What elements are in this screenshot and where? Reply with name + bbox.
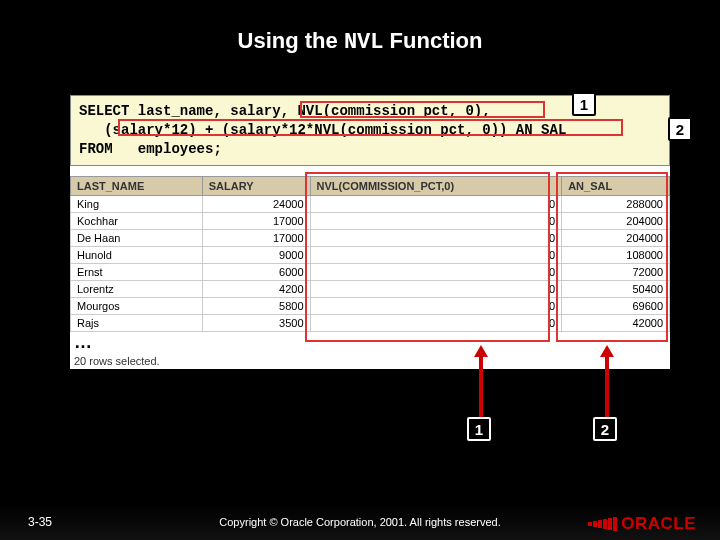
page-number: 3-35 <box>28 515 52 529</box>
logo-wordmark: ORACLE <box>621 514 696 534</box>
cell-nvl: 0 <box>310 280 562 297</box>
table-row: Mourgos5800069600 <box>71 297 670 314</box>
cell-nvl: 0 <box>310 297 562 314</box>
footer: 3-35 Copyright © Oracle Corporation, 200… <box>0 504 720 540</box>
table-row: Hunold90000108000 <box>71 246 670 263</box>
table-row: King240000288000 <box>71 195 670 212</box>
title-pre: Using the <box>238 28 344 53</box>
row-count: 20 rows selected. <box>70 353 670 369</box>
logo-bar <box>593 521 597 527</box>
cell-ansal: 50400 <box>562 280 670 297</box>
logo-bar <box>588 522 592 526</box>
col-lastname: LAST_NAME <box>71 176 203 195</box>
callout-badge-1-top: 1 <box>572 92 596 116</box>
cell-nvl: 0 <box>310 246 562 263</box>
logo-bar <box>613 517 617 531</box>
callout-badge-2-bottom: 2 <box>593 417 617 441</box>
cell-lastname: Rajs <box>71 314 203 331</box>
result-table-wrap: LAST_NAME SALARY NVL(COMMISSION_PCT,0) A… <box>70 176 670 369</box>
cell-ansal: 288000 <box>562 195 670 212</box>
cell-ansal: 42000 <box>562 314 670 331</box>
cell-salary: 17000 <box>202 229 310 246</box>
cell-ansal: 72000 <box>562 263 670 280</box>
title-mono: NVL <box>344 30 384 55</box>
cell-ansal: 69600 <box>562 297 670 314</box>
cell-nvl: 0 <box>310 314 562 331</box>
logo-bar <box>603 519 607 529</box>
cell-lastname: De Haan <box>71 229 203 246</box>
svg-marker-3 <box>600 345 614 357</box>
cell-salary: 17000 <box>202 212 310 229</box>
title-post: Function <box>383 28 482 53</box>
result-table: LAST_NAME SALARY NVL(COMMISSION_PCT,0) A… <box>70 176 670 332</box>
col-nvl: NVL(COMMISSION_PCT,0) <box>310 176 562 195</box>
cell-lastname: Lorentz <box>71 280 203 297</box>
cell-nvl: 0 <box>310 263 562 280</box>
ellipsis: … <box>70 332 670 353</box>
col-salary: SALARY <box>202 176 310 195</box>
table-row: Rajs3500042000 <box>71 314 670 331</box>
cell-salary: 3500 <box>202 314 310 331</box>
cell-nvl: 0 <box>310 229 562 246</box>
cell-nvl: 0 <box>310 212 562 229</box>
table-row: De Haan170000204000 <box>71 229 670 246</box>
table-row: Lorentz4200050400 <box>71 280 670 297</box>
table-row: Ernst6000072000 <box>71 263 670 280</box>
cell-salary: 6000 <box>202 263 310 280</box>
cell-salary: 5800 <box>202 297 310 314</box>
arrow-2 <box>600 345 614 417</box>
cell-lastname: King <box>71 195 203 212</box>
cell-ansal: 204000 <box>562 229 670 246</box>
cell-salary: 4200 <box>202 280 310 297</box>
col-ansal: AN_SAL <box>562 176 670 195</box>
callout-badge-1-bottom: 1 <box>467 417 491 441</box>
arrow-1 <box>474 345 488 417</box>
logo-bar <box>598 520 602 528</box>
slide-title: Using the NVL Function <box>0 0 720 55</box>
cell-lastname: Ernst <box>71 263 203 280</box>
cell-salary: 9000 <box>202 246 310 263</box>
cell-ansal: 108000 <box>562 246 670 263</box>
cell-nvl: 0 <box>310 195 562 212</box>
cell-ansal: 204000 <box>562 212 670 229</box>
oracle-logo: ORACLE <box>588 514 696 534</box>
callout-badge-2-top: 2 <box>668 117 692 141</box>
cell-salary: 24000 <box>202 195 310 212</box>
cell-lastname: Mourgos <box>71 297 203 314</box>
content-area: SELECT last_name, salary, NVL(commission… <box>70 95 670 369</box>
table-row: Kochhar170000204000 <box>71 212 670 229</box>
cell-lastname: Hunold <box>71 246 203 263</box>
svg-marker-1 <box>474 345 488 357</box>
logo-bar <box>608 518 612 530</box>
cell-lastname: Kochhar <box>71 212 203 229</box>
